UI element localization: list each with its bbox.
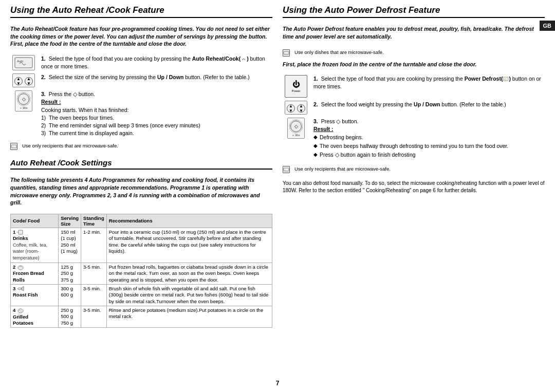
right-start-button-icon: ◇ — [290, 121, 302, 132]
food-name-4: Grilled — [13, 314, 28, 320]
col-header-standing: StandingTime — [81, 214, 107, 228]
table-row: 3 Roast Fish 300 g600 g 3-5 min. Brush s… — [11, 285, 272, 306]
right-steps-area: ⏻ Power 1. Select the type of food that … — [283, 75, 545, 159]
time-cell-1: 1-2 min. — [81, 228, 107, 263]
rec-cell-3: Brush skin of whole fish with vegetable … — [106, 285, 272, 306]
right-step-2-content: 2. Select the food weight by pressing th… — [313, 101, 545, 108]
right-up-down-icon-box: ▲ ▼ ▲ ▼ — [285, 101, 307, 115]
row-num-4: 4 — [13, 307, 17, 313]
defrost-bullet-2: ◆ The oven beeps halfway through defrost… — [313, 142, 545, 150]
right-step-1-num: 1. — [313, 76, 318, 82]
right-arrows-1: ▲ ▼ — [289, 104, 293, 113]
right-knob-left: ▲ ▼ — [287, 104, 295, 113]
right-knob-row: ▲ ▼ ▲ ▼ — [287, 104, 305, 113]
knob-row: ▲ ▼ ▲ ▼ — [14, 77, 33, 85]
fish-icon — [17, 286, 24, 292]
right-step-1-content: 1. Select the type of food that you are … — [313, 75, 545, 90]
right-knob-right: ▲ ▼ — [297, 104, 305, 113]
microwave-safe-svg-right-1: ~ — [283, 50, 289, 55]
svg-rect-4 — [18, 230, 23, 234]
defrost-bullet-1: ◆ Defrosting begins. — [313, 134, 545, 141]
left-section-title: Using the Auto Reheat /Cook Feature — [10, 5, 272, 18]
right-dotted-ring: ◇ — [289, 120, 303, 133]
right-step-1-icon: ⏻ Power — [283, 75, 309, 98]
microwave-safe-icon-left: ~ — [10, 143, 17, 150]
defrost-result-2: The oven beeps halfway through defrostin… — [320, 142, 508, 150]
step-1-icon: Auto — [10, 55, 37, 70]
diamond-icon-3: ◆ — [313, 151, 318, 158]
arrows-up-down: ▲ ▼ — [16, 77, 21, 86]
right-arrows-2: ▲ ▼ — [299, 104, 303, 113]
power-defrost-icon-box: ⏻ Power — [285, 75, 307, 98]
food-name-4b: Potatoes — [13, 320, 33, 326]
food-cell-4: 4 Grilled Potatoes — [11, 306, 59, 328]
power-defrost-inline-icon: ⚡ — [503, 77, 509, 82]
food-name-1: Drinks — [13, 235, 28, 241]
svg-rect-0 — [15, 58, 32, 68]
svg-point-8 — [19, 310, 20, 311]
right-arrow-up-1: ▲ — [289, 104, 293, 108]
result-block-right: ◆ Defrosting begins. ◆ The oven beeps ha… — [313, 134, 545, 158]
svg-text:Auto: Auto — [16, 60, 24, 63]
rec-cell-2: Put frozen bread rolls, baguettes or cia… — [106, 263, 272, 284]
gb-badge: GB — [540, 21, 556, 31]
arrows-up-down-2: ▲ ▼ — [27, 77, 31, 86]
two-column-layout: Using the Auto Reheat /Cook Feature The … — [10, 5, 545, 378]
right-start-icon-box: ◇ + 30s — [287, 118, 305, 139]
table-row: 2 Frozen Bread Rolls 125 g250 g375 g 3-5… — [11, 263, 272, 284]
step-3-num: 3. — [41, 91, 46, 97]
rec-cell-1: Pour into a ceramic cup (150 ml) or mug … — [106, 228, 272, 263]
rec-cell-4: Rinse and pierce potatoes (medium size).… — [106, 306, 272, 328]
right-arrow-down-1: ▼ — [289, 109, 293, 113]
row-num-3: 3 — [13, 286, 17, 291]
power-symbol-icon: ⏻ — [292, 80, 300, 88]
serving-cell-4: 250 g500 g750 g — [59, 306, 81, 328]
right-arrow-down-2: ▼ — [299, 109, 303, 113]
svg-point-7 — [18, 309, 23, 313]
right-section-title: Using the Auto Power Defrost Feature — [283, 5, 545, 18]
knob-left: ▲ ▼ — [14, 77, 23, 85]
step-2-icon: ▲ ▼ ▲ ▼ — [10, 73, 37, 87]
right-step-1-row: ⏻ Power 1. Select the type of food that … — [283, 75, 545, 98]
right-step-2-icon: ▲ ▼ ▲ ▼ — [283, 101, 309, 115]
auto-cook-inline-icon — [240, 57, 247, 62]
use-only-text-right-1: Use only dishes that are microwave-safe. — [294, 49, 384, 55]
frozen-food-text: First, place the frozen food in the cent… — [283, 61, 545, 68]
subsection-title: Auto Reheat /Cook Settings — [10, 158, 272, 170]
start-icon-box: ◇ + 30s — [15, 90, 32, 111]
dotted-ring: ◇ — [17, 92, 30, 106]
start-button-icon: ◇ — [18, 94, 29, 105]
col-header-serving: ServingSize — [59, 214, 81, 228]
col-header-rec: Recommendations — [106, 214, 272, 228]
start-diamond: ◇ — [22, 97, 26, 102]
step-3-row: ◇ + 30s 3. Press the ◇ button. Result : … — [10, 90, 272, 137]
arrow-up-icon: ▲ — [16, 77, 21, 81]
arrow-up-icon-2: ▲ — [27, 77, 31, 81]
result-label-left: Result : — [41, 99, 61, 105]
use-only-text-right-2: Use only recipients that are microwave-s… — [294, 166, 391, 172]
up-down-icon-box: ▲ ▼ ▲ ▼ — [12, 73, 35, 87]
food-cell-1: 1 Drinks Coffee, milk, tea, water (room-… — [11, 228, 59, 263]
page-number: 7 — [10, 380, 545, 387]
use-only-note-left: ~ Use only recipients that are microwave… — [10, 143, 272, 150]
right-arrow-up-2: ▲ — [299, 104, 303, 108]
table-row: 1 Drinks Coffee, milk, tea, water (room-… — [11, 228, 272, 263]
microwave-safe-svg-right-2: ~ — [283, 167, 289, 172]
time-cell-4: 3-5 min. — [81, 306, 107, 328]
time-cell-2: 3-5 min. — [81, 263, 107, 284]
svg-point-9 — [21, 311, 22, 312]
reheat-cook-icon-box: Auto — [12, 55, 35, 70]
serving-cell-2: 125 g250 g375 g — [59, 263, 81, 284]
right-step-3-content: 3. Press ◇ button. Result : ◆ Defrosting… — [313, 118, 545, 159]
step-3-icon: ◇ + 30s — [10, 90, 37, 111]
result-label-right: Result : — [313, 126, 334, 132]
diamond-icon-2: ◆ — [313, 142, 318, 150]
defrost-result-1: Defrosting begins. — [320, 134, 363, 141]
table-intro: The following table presents 4 Auto Prog… — [10, 176, 272, 207]
food-name-2b: Rolls — [13, 277, 25, 283]
plus30s-label: + 30s — [20, 106, 28, 109]
table-row: 4 Grilled Potatoes 250 g500 g750 g 3-5 — [11, 306, 272, 328]
food-cell-3: 3 Roast Fish — [11, 285, 59, 306]
step-1-row: Auto 1. Select the type of food that you… — [10, 55, 272, 70]
power-label: Power — [291, 89, 300, 92]
